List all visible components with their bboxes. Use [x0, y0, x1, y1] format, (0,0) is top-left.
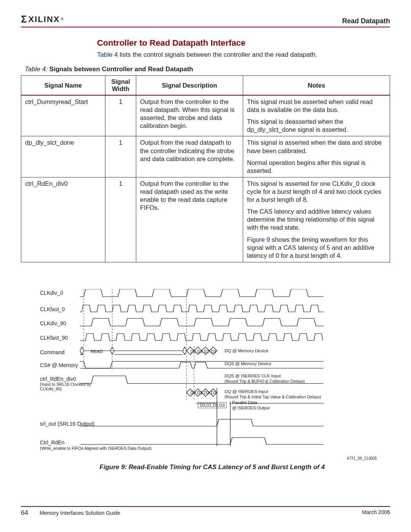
sigma-icon: Σ — [21, 13, 28, 25]
cell-width: 1 — [105, 136, 136, 177]
page-header: Σ XILINX ® Read Datapath — [21, 13, 390, 27]
table-row: ctrl_RdEn_div0 1 Output from the control… — [21, 177, 390, 262]
col-signal-name: Signal Name — [21, 76, 105, 96]
cell-desc: Output from the controller to the read d… — [136, 177, 243, 262]
page-number: 64 — [21, 509, 28, 517]
col-signal-desc: Signal Description — [136, 76, 243, 96]
cell-desc: Output from the controller to the read d… — [136, 95, 243, 136]
label-clkdiv0: CLKdiv_0 — [40, 290, 63, 296]
table-row: dp_dly_slct_done 1 Output from the read … — [21, 136, 390, 177]
label-clkdiv90: CLKdiv_90 — [40, 320, 66, 326]
col-signal-width: Signal Width — [105, 76, 136, 96]
table-header-row: Signal Name Signal Width Signal Descript… — [21, 76, 390, 96]
cell-notes: This signal is asserted when the data an… — [243, 136, 390, 177]
cell-name: ctrl_RdEn_div0 — [21, 177, 105, 262]
cell-desc: Output from the read datapath to the con… — [136, 136, 243, 177]
header-section-label: Read Datapath — [342, 17, 390, 25]
page-footer: 64 Memory Interfaces Solution Guide Marc… — [21, 506, 390, 517]
registered-icon: ® — [61, 17, 64, 21]
xilinx-logo: Σ XILINX ® — [21, 13, 64, 25]
footer-title: Memory Interfaces Solution Guide — [40, 510, 120, 516]
section-title: Controller to Read Datapath Interface — [97, 38, 390, 48]
timing-diagram-svg — [80, 289, 354, 453]
cell-width: 1 — [105, 95, 136, 136]
cell-name: ctrl_Dummyread_Start — [21, 95, 105, 136]
footer-date: March 2006 — [362, 509, 390, 517]
label-clkfast0: CLKfast_0 — [40, 306, 65, 312]
col-notes: Notes — [243, 76, 390, 96]
logo-text: XILINX — [29, 14, 60, 24]
intro-paragraph: Table 4 lists the control signals betwee… — [97, 51, 390, 59]
cell-notes: This signal is asserted for one CLKdiv_0… — [243, 177, 390, 262]
figure-9-link[interactable]: Figure 9 — [247, 236, 270, 243]
cell-name: dp_dly_slct_done — [21, 136, 105, 177]
table-row: ctrl_Dummyread_Start 1 Output from the c… — [21, 95, 390, 136]
label-command: Command — [40, 349, 65, 355]
label-cs-mem: CS# @ Memory — [40, 362, 78, 368]
label-clkfast90: CLKfast_90 — [40, 335, 68, 341]
table-caption: Table 4: Signals between Controller and … — [25, 66, 390, 73]
label-ctrl-rden: Ctrl_RdEn — [40, 439, 65, 446]
table-4-link[interactable]: Table 4 — [97, 51, 118, 58]
signals-table: Signal Name Signal Width Signal Descript… — [21, 75, 390, 262]
figure-9: CLKdiv_0 CLKfast_0 CLKdiv_90 CLKfast_90 … — [38, 289, 386, 471]
cell-width: 1 — [105, 177, 136, 262]
figure-caption: Figure 9: Read-Enable Timing for CAS Lat… — [38, 463, 386, 471]
figure-id: X721_09_113005 — [347, 456, 377, 460]
cell-notes: This signal must be asserted when valid … — [243, 95, 390, 136]
label-ctrl-rden-div0: ctrl_RdEn_div0 — [40, 376, 76, 382]
